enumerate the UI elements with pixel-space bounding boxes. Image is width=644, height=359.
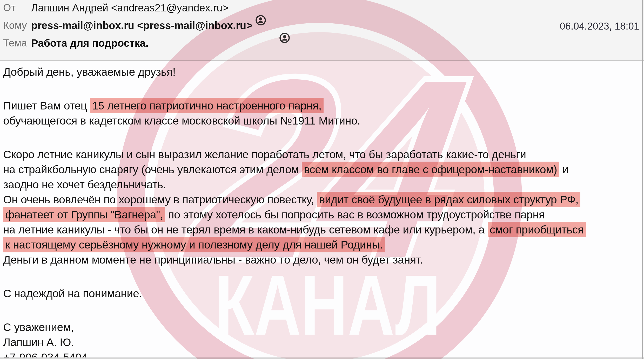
to-value[interactable]: press-mail@inbox.ru <press-mail@inbox.ru… <box>31 19 252 32</box>
message-date: 06.04.2023, 18:01 <box>560 21 639 32</box>
blank-line <box>3 128 641 147</box>
body-text: С надеждой на понимание. <box>3 287 142 300</box>
blank-line <box>3 301 641 320</box>
subject-row: Тема Работа для подростка. <box>3 37 535 49</box>
body-text: Пишет Вам отец <box>3 99 90 112</box>
body-text: обучающегося в кадетском классе московск… <box>3 114 360 127</box>
body-text: заодно не хочет бездельничать. <box>3 178 166 191</box>
highlighted-text: фанатеет от Группы "Вагнера", <box>3 207 165 222</box>
blank-line <box>3 267 641 286</box>
subject-label: Тема <box>3 37 31 49</box>
body-text: Лапшин А. Ю. <box>3 336 74 348</box>
body-line: С уважением, <box>3 320 641 335</box>
body-text: С уважением, <box>3 321 74 333</box>
body-line: на летние каникулы - что бы он не терял … <box>3 222 641 237</box>
to-row: Кому press-mail@inbox.ru <press-mail@inb… <box>3 19 535 32</box>
body-line: фанатеет от Группы "Вагнера", по этому х… <box>3 207 641 222</box>
body-text: по этому хотелось бы попросить вас в воз… <box>165 208 545 221</box>
body-line: Деньги в данном моменте не принципиальны… <box>3 252 641 267</box>
blank-line <box>3 79 641 98</box>
body-text: на страйкбольную снарягу (очень увлекают… <box>3 163 302 176</box>
body-line: Он очень вовлечён по хорошему в патриоти… <box>3 192 641 207</box>
email-header: От Лапшин Андрей <andreas21@yandex.ru> К… <box>0 0 644 61</box>
body-line: С надеждой на понимание. <box>3 286 641 301</box>
body-text: Деньги в данном моменте не принципиальны… <box>3 253 423 266</box>
highlighted-text: всем классом во главе с офицером-наставн… <box>302 162 559 177</box>
body-line: к настоящему серьёзному нужному и полезн… <box>3 237 641 252</box>
window-right-edge[interactable] <box>642 0 643 359</box>
body-text: и <box>559 163 568 176</box>
to-label: Кому <box>3 19 31 32</box>
body-line: на страйкбольную снарягу (очень увлекают… <box>3 162 641 177</box>
contact-icon[interactable] <box>256 20 267 31</box>
body-line: Добрый день, уважаемые друзья! <box>3 64 641 79</box>
body-line: Лапшин А. Ю. <box>3 335 641 350</box>
body-line: Скоро летние каникулы и сын выразил жела… <box>3 147 641 162</box>
from-value[interactable]: Лапшин Андрей <andreas21@yandex.ru> <box>31 2 229 14</box>
window-bottom-edge <box>0 357 644 359</box>
highlighted-text: к настоящему серьёзному нужному и полезн… <box>3 237 385 252</box>
body-text: Он очень вовлечён по хорошему в патриоти… <box>3 193 317 206</box>
email-view: От Лапшин Андрей <andreas21@yandex.ru> К… <box>0 0 644 359</box>
body-line: Пишет Вам отец 15 летнего патриотично на… <box>3 98 641 113</box>
highlighted-text: видит своё будущее в рядах силовых струк… <box>317 192 580 207</box>
body-text: Добрый день, уважаемые друзья! <box>3 66 176 78</box>
from-row: От Лапшин Андрей <andreas21@yandex.ru> <box>3 2 535 14</box>
body-text: на летние каникулы - что бы он не терял … <box>3 223 488 236</box>
body-line: обучающегося в кадетском классе московск… <box>3 113 641 128</box>
highlighted-text: 15 летнего патриотично настроенного парн… <box>90 98 324 113</box>
body-line: заодно не хочет бездельничать. <box>3 177 641 192</box>
contact-icon[interactable] <box>232 2 243 13</box>
subject-value: Работа для подростка. <box>31 37 149 49</box>
from-label: От <box>3 2 31 14</box>
highlighted-text: смог приобщиться <box>488 222 586 237</box>
body-text: Скоро летние каникулы и сын выразил жела… <box>3 148 526 161</box>
email-body: Добрый день, уважаемые друзья!Пишет Вам … <box>0 62 644 359</box>
